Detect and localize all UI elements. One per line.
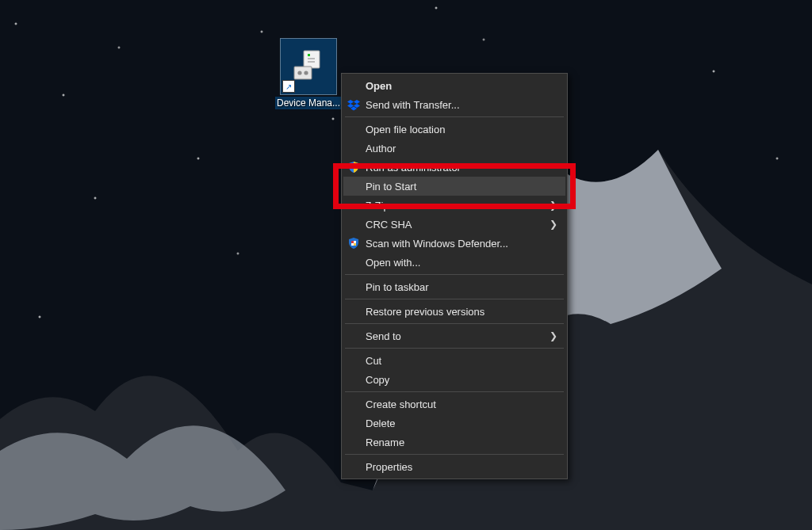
desktop-shortcut-device-manager[interactable]: ↗ Device Mana... — [274, 38, 343, 112]
menu-item-label: Delete — [366, 418, 396, 429]
menu-item-cut[interactable]: Cut — [343, 351, 565, 370]
svg-rect-4 — [294, 67, 312, 79]
menu-separator — [345, 348, 564, 349]
menu-item-label: Pin to Start — [366, 181, 416, 193]
menu-item-open-with[interactable]: Open with... — [343, 253, 565, 272]
menu-item-label: Run as administrator — [366, 162, 461, 173]
menu-item-label: Open file location — [366, 124, 445, 135]
menu-item-open-file-location[interactable]: Open file location — [343, 120, 565, 139]
device-manager-icon — [289, 48, 327, 86]
menu-item-label: CRC SHA — [366, 219, 412, 231]
svg-rect-9 — [354, 243, 356, 246]
svg-rect-3 — [308, 61, 315, 63]
menu-item-label: Send to — [366, 330, 401, 342]
menu-item-label: Send with Transfer... — [366, 99, 460, 111]
menu-item-label: Scan with Windows Defender... — [366, 238, 508, 250]
menu-item-label: Restore previous versions — [366, 306, 485, 318]
menu-item-label: Properties — [366, 461, 412, 473]
menu-item-send-with-transfer[interactable]: Send with Transfer... — [343, 95, 565, 114]
svg-rect-8 — [351, 241, 354, 243]
menu-item-send-to[interactable]: Send to❯ — [343, 326, 565, 345]
context-menu: OpenSend with Transfer...Open file locat… — [341, 73, 568, 479]
menu-item-copy[interactable]: Copy — [343, 370, 565, 389]
menu-item-seven-zip[interactable]: 7-Zip❯ — [343, 196, 565, 215]
svg-rect-2 — [308, 58, 315, 59]
menu-item-author[interactable]: Author — [343, 139, 565, 158]
defender-icon — [347, 236, 361, 250]
menu-item-crc-sha[interactable]: CRC SHA❯ — [343, 215, 565, 234]
menu-separator — [345, 323, 564, 324]
svg-rect-1 — [308, 54, 310, 56]
menu-item-restore-versions[interactable]: Restore previous versions — [343, 302, 565, 321]
menu-item-label: Pin to taskbar — [366, 281, 429, 293]
menu-separator — [345, 274, 564, 275]
menu-item-label: Rename — [366, 437, 404, 448]
menu-separator — [345, 454, 564, 455]
shortcut-label: Device Mana... — [275, 97, 342, 109]
svg-point-5 — [297, 71, 301, 74]
menu-item-label: Create shortcut — [366, 398, 436, 410]
shortcut-icon-tile: ↗ — [280, 38, 337, 95]
menu-item-label: Copy — [366, 374, 389, 386]
menu-item-delete[interactable]: Delete — [343, 414, 565, 433]
chevron-right-icon: ❯ — [550, 219, 557, 230]
menu-separator — [345, 116, 564, 117]
menu-separator — [345, 391, 564, 392]
dropbox-icon — [347, 97, 361, 112]
menu-item-pin-to-taskbar[interactable]: Pin to taskbar — [343, 277, 565, 296]
menu-item-defender[interactable]: Scan with Windows Defender... — [343, 234, 565, 253]
menu-item-label: 7-Zip — [366, 200, 389, 212]
menu-item-label: Open — [366, 80, 392, 92]
menu-item-open[interactable]: Open — [343, 76, 565, 95]
menu-item-run-as-admin[interactable]: Run as administrator — [343, 158, 565, 177]
menu-item-pin-to-start[interactable]: Pin to Start — [343, 177, 565, 196]
menu-item-label: Cut — [366, 355, 381, 367]
menu-separator — [345, 299, 564, 299]
menu-item-create-shortcut[interactable]: Create shortcut — [343, 395, 565, 414]
chevron-right-icon: ❯ — [550, 330, 557, 341]
chevron-right-icon: ❯ — [550, 200, 557, 211]
svg-point-6 — [304, 71, 308, 74]
shortcut-arrow-icon: ↗ — [282, 80, 295, 93]
menu-item-rename[interactable]: Rename — [343, 433, 565, 452]
menu-item-label: Open with... — [366, 257, 420, 269]
menu-item-properties[interactable]: Properties — [343, 457, 565, 476]
menu-item-label: Author — [366, 143, 396, 154]
shield-icon — [347, 160, 361, 174]
